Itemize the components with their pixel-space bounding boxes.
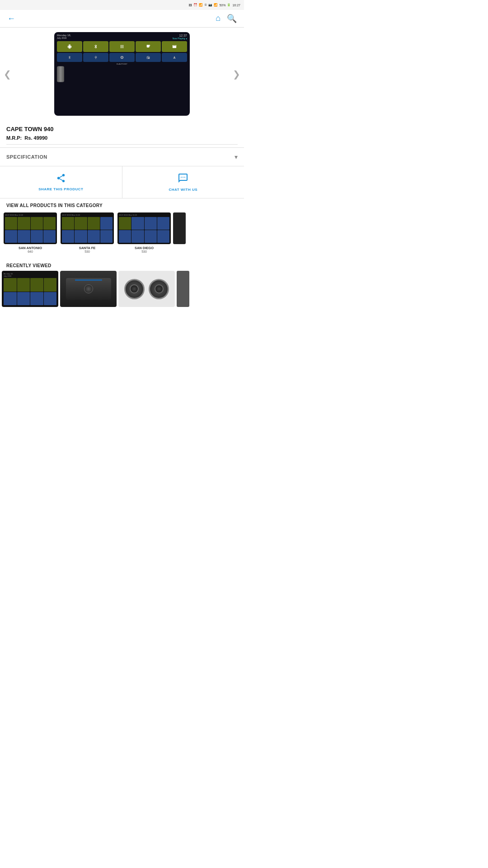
top-nav: ← ⌂ 🔍: [0, 10, 244, 28]
product-name: CAPE TOWN 940: [6, 126, 238, 132]
chat-label: CHAT WITH US: [169, 188, 197, 192]
recent-card-amplifier[interactable]: [60, 271, 117, 307]
stereo-btn-usb: [83, 53, 108, 62]
specification-label: SPECIFICATION: [6, 154, 47, 160]
carousel-next-button[interactable]: ❯: [233, 69, 240, 80]
amplifier-logo: [84, 284, 93, 293]
status-bar: 🖼 ⏰ 📶 ① 📷 📶 50% 🔋 16:27: [0, 0, 244, 10]
signal-icon: 📶: [214, 3, 218, 7]
category-title: VIEW ALL PRODUCTS IN THIS CATEGORY: [0, 198, 244, 211]
product-card-name-0: SAN ANTONIO: [19, 246, 42, 250]
recent-card-partial[interactable]: [177, 271, 189, 307]
product-card-sub-0: 640: [28, 250, 33, 253]
stereo-btn-mirror: [136, 41, 161, 52]
share-product-button[interactable]: SHARE THIS PRODUCT: [0, 166, 122, 198]
chat-icon: [178, 173, 188, 186]
stereo-btn-nav: [162, 53, 187, 62]
alarm-icon: ⏰: [193, 3, 197, 7]
notification-icon: ①: [204, 3, 207, 7]
stereo-btn-bt2: [57, 53, 82, 62]
product-card-sub-2: 530: [141, 250, 147, 253]
nav-right: ⌂ 🔍: [216, 14, 237, 24]
product-card-san-antonio[interactable]: 18.07.2016 Mon 11:22 SAN ANTONIO 640: [2, 211, 59, 255]
recently-viewed-title: RECENTLY VIEWED: [0, 259, 244, 271]
mrp-label: M.R.P:: [6, 135, 22, 141]
stereo-time: 12:37: [179, 34, 187, 37]
share-icon: [56, 173, 66, 185]
battery-icon: 🔋: [227, 3, 231, 7]
product-card-img-san-diego: 18.07.2016 Mon 11:10: [117, 212, 171, 244]
specification-row[interactable]: SPECIFICATION ▾: [0, 148, 244, 166]
share-label: SHARE THIS PRODUCT: [38, 187, 83, 191]
stereo-btn-radio: [136, 53, 161, 62]
product-card-name-1: SANTA FE: [79, 246, 96, 250]
recently-viewed-section: RECENTLY VIEWED Monday 18,July 2016: [0, 259, 244, 311]
carousel-prev-button[interactable]: ❮: [4, 69, 11, 80]
stereo-now-playing: Now Playing ●: [173, 37, 187, 40]
amplifier-image: [60, 271, 117, 307]
product-carousel: ❮ Monday 18,July 2016 12:37 Now Playing …: [0, 28, 244, 120]
svg-point-0: [183, 177, 183, 178]
product-info: CAPE TOWN 940 M.R.P: Rs. 49990: [0, 120, 244, 148]
svg-point-1: [181, 177, 182, 178]
stereo-btn-android: [57, 41, 82, 52]
product-card-santa-fe[interactable]: 18.07.2016 Mon 11:10 SANTA FE 530: [59, 211, 116, 255]
stereo-btn-movies: [162, 41, 187, 52]
time-display: 16:27: [232, 4, 240, 7]
screenshot-icon: 📷: [208, 3, 212, 7]
speaker-unit-left: [124, 279, 145, 299]
product-card-sub-1: 530: [84, 250, 90, 253]
stereo-top-bar: Monday 18,July 2016 12:37 Now Playing ●: [57, 34, 187, 40]
product-card-san-diego[interactable]: 18.07.2016 Mon 11:10 SAN DIEGO 530: [116, 211, 173, 255]
product-image: Monday 18,July 2016 12:37 Now Playing ●: [54, 32, 190, 116]
speakers-image: [118, 271, 175, 307]
stereo-screen: Monday 18,July 2016 12:37 Now Playing ●: [54, 32, 190, 116]
battery-text: 50%: [219, 4, 225, 7]
price-value: Rs. 49990: [24, 135, 47, 141]
product-card-img-santa-fe: 18.07.2016 Mon 11:10: [61, 212, 114, 244]
amplifier-stripe: [75, 279, 102, 281]
product-card-name-2: SAN DIEGO: [135, 246, 154, 250]
action-row: SHARE THIS PRODUCT CHAT WITH US: [0, 166, 244, 198]
recently-viewed-grid: Monday 18,July 2016: [0, 271, 244, 311]
specification-chevron: ▾: [235, 153, 238, 160]
stereo-brand: BLAUPUNKT: [57, 63, 187, 65]
back-button[interactable]: ←: [7, 14, 15, 24]
speaker-unit-right: [149, 279, 169, 299]
product-card-partial-img: [173, 212, 186, 244]
products-grid: 18.07.2016 Mon 11:22 SAN ANTONIO 640 18.…: [0, 211, 244, 259]
stereo-date: Monday 18,July 2016: [57, 34, 71, 40]
recent-card-speakers[interactable]: [118, 271, 175, 307]
wifi-icon: 📶: [199, 3, 203, 7]
search-button[interactable]: 🔍: [227, 14, 237, 24]
product-card-partial[interactable]: [173, 211, 186, 255]
svg-point-2: [184, 177, 185, 178]
status-icons: ⏰ 📶 ① 📷 📶 50% 🔋 16:27: [193, 3, 240, 7]
amplifier-body: [66, 278, 111, 300]
product-price: M.R.P: Rs. 49990: [6, 135, 238, 145]
product-card-img-san-antonio: 18.07.2016 Mon 11:22: [4, 212, 57, 244]
stereo-grid-top: [57, 41, 187, 52]
stereo-grid-bottom: [57, 53, 187, 62]
stereo-btn-bluetooth: [83, 41, 108, 52]
status-icon-gallery: 🖼: [189, 4, 192, 7]
stereo-knob: [57, 66, 64, 82]
category-section: VIEW ALL PRODUCTS IN THIS CATEGORY 18.07…: [0, 198, 244, 259]
chat-button[interactable]: CHAT WITH US: [122, 166, 244, 198]
speaker-cone-left: [130, 284, 139, 293]
speaker-cone-right: [155, 284, 164, 293]
home-button[interactable]: ⌂: [216, 14, 221, 24]
stereo-btn-apps: [109, 41, 135, 52]
recent-card-stereo[interactable]: Monday 18,July 2016: [2, 271, 58, 307]
stereo-btn-disc: [109, 53, 135, 62]
